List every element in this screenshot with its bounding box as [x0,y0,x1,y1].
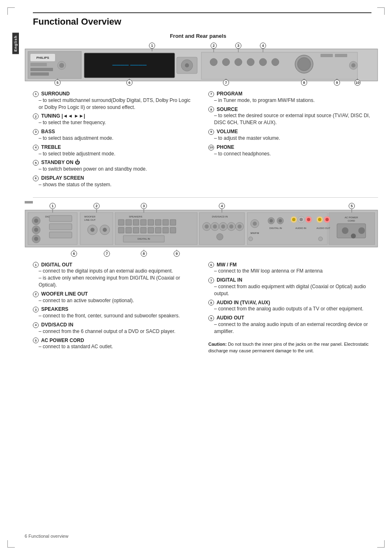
svg-rect-80 [133,220,139,225]
rear-sub-6: connect to the MW loop antenna or FM ant… [214,268,371,275]
rear-item-3: 3 SPEAKERS connect to the front, center,… [33,306,196,319]
svg-rect-79 [126,220,131,225]
front-label-5: STANDBY ON ⏻ [41,160,80,165]
svg-text:AUDIO IN: AUDIO IN [295,227,307,229]
svg-rect-86 [118,227,124,233]
rear-item-6: 6 MW / FM connect to the MW loop antenna… [208,262,371,275]
rear-item-5: 5 AC POWER CORD connect to a standard AC… [33,338,196,351]
svg-rect-91 [155,227,161,233]
svg-rect-67 [49,224,72,230]
rear-sub-8: connect from the analog audio outputs of… [214,305,371,312]
svg-text:9: 9 [175,252,178,256]
svg-text:9: 9 [336,81,338,85]
svg-text:7: 7 [106,252,108,256]
svg-point-15 [210,58,217,66]
footer-text: 6 Functional overview [25,534,68,539]
rear-sub-3: connect to the front, center, surround a… [39,312,196,319]
svg-point-113 [342,227,348,234]
rear-label-4: DVD/SACD IN [41,322,73,328]
svg-rect-14 [201,52,357,79]
svg-rect-90 [148,227,154,233]
rear-item-1: 1 DIGITAL OUT connect to the digital inp… [33,262,196,289]
svg-point-134 [318,218,321,221]
svg-text:1: 1 [51,204,53,208]
svg-rect-83 [155,220,161,225]
svg-rect-88 [133,227,139,233]
svg-text:DIGITAL IN: DIGITAL IN [138,238,150,240]
svg-text:DVD/SACD IN: DVD/SACD IN [212,215,228,218]
svg-text:7: 7 [225,81,227,85]
rear-item-7: 7 DIGITAL IN connect from audio equipmen… [208,277,371,297]
rear-sub-1a: connect to the digital inputs of an exte… [39,268,196,275]
front-sub-2: to select the tuner frequency. [39,119,196,126]
front-sub-5: to switch between power on and standby m… [39,166,196,173]
svg-rect-89 [141,227,146,233]
front-sub-7: in Tuner mode, to program MW/FM stations… [214,97,371,104]
front-sub-8: to select the desired source or external… [214,112,371,126]
svg-text:MW/FM: MW/FM [251,232,259,234]
svg-point-19 [259,58,267,66]
svg-point-118 [253,222,257,226]
svg-point-107 [238,224,242,229]
front-item-5: 5 STANDBY ON ⏻ to switch between power o… [33,160,196,173]
svg-point-18 [247,58,254,66]
svg-point-129 [300,218,303,221]
rear-sub-2: connect to an active subwoofer (optional… [39,297,196,304]
front-label-7: PROGRAM [217,91,242,97]
front-item-7: 7 PROGRAM in Tuner mode, to program MW/F… [208,91,371,104]
svg-text:AC POWER: AC POWER [345,216,358,219]
front-label-2: TUNING |◄◄ ►►| [41,113,85,119]
svg-point-103 [221,224,225,229]
svg-rect-82 [148,220,154,225]
svg-text:AUDIO OUT: AUDIO OUT [316,227,330,229]
svg-point-16 [222,58,230,66]
svg-text:3: 3 [237,44,239,48]
svg-point-20 [272,58,279,66]
front-label-4: TREBLE [41,144,61,150]
rear-callout-8: 8 [208,300,214,305]
svg-point-114 [358,227,365,234]
front-item-1: 1 SURROUND to select multichannel surrou… [33,91,196,111]
svg-point-101 [213,224,217,229]
svg-rect-116 [247,213,327,245]
caution-text: Caution: Do not touch the inner pins of … [208,341,371,354]
front-item-4: 4 TREBLE to select treble adjustment mod… [33,144,196,157]
svg-text:8: 8 [303,81,305,85]
rear-label-5: AC POWER CORD [41,338,84,343]
callout-2: 2 [33,113,39,119]
svg-point-26 [351,63,355,67]
svg-point-75 [103,228,107,232]
svg-point-22 [297,58,311,71]
svg-text:1: 1 [151,44,153,48]
rear-sub-5: connect to a standard AC outlet. [39,343,196,350]
svg-text:──── ────: ──── ──── [112,62,146,68]
front-desc-col-left: 1 SURROUND to select multichannel surrou… [33,91,196,191]
svg-text:6: 6 [128,81,130,85]
rear-callout-6: 6 [208,262,214,268]
rear-label-2: WOOFER LINE OUT [41,291,88,297]
front-desc-col-right: 7 PROGRAM in Tuner mode, to program MW/F… [208,91,371,191]
front-item-9: 9 VOLUME to adjust the master volume. [208,129,371,142]
corner-tr [377,7,385,15]
rear-sub-7: connect from audio equipment with digita… [214,283,371,297]
svg-point-127 [292,218,295,221]
svg-point-73 [90,228,95,232]
svg-text:PHILIPS: PHILIPS [36,56,49,60]
front-label-6: DISPLAY SCREEN [41,175,84,181]
rear-sub-9: connect to the analog audio inputs of an… [214,321,371,335]
svg-rect-4 [30,63,47,66]
svg-rect-68 [49,232,72,238]
svg-text:WOOFER: WOOFER [84,215,96,218]
front-item-3: 3 BASS to select bass adjustment mode. [33,129,196,142]
front-label-10: PHONE [217,144,234,150]
rear-callout-5: 5 [33,338,39,343]
rear-item-9: 9 AUDIO OUT connect to the analog audio … [208,315,371,335]
front-sub-1: to select multichannel surround(Dolby Di… [39,97,196,111]
rear-label-9: AUDIO OUT [217,315,244,321]
front-sub-4: to select treble adjustment mode. [39,150,196,157]
callout-8: 8 [208,106,214,112]
svg-point-17 [235,58,242,66]
svg-point-115 [351,234,356,238]
callout-7: 7 [208,91,214,97]
corner-tl [7,7,15,15]
